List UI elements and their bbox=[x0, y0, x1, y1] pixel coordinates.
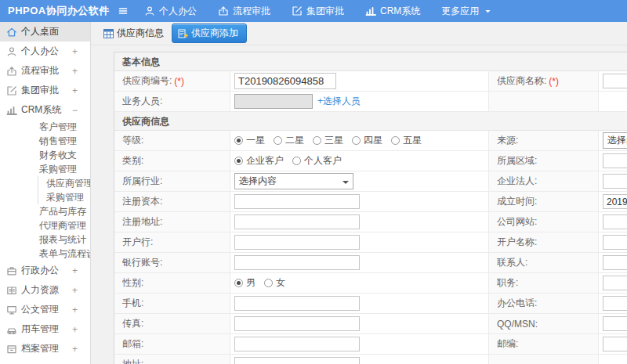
tab-supplier-info[interactable]: 供应商信息 bbox=[103, 27, 164, 40]
expand-icon[interactable]: + bbox=[72, 305, 78, 315]
sidebar-item[interactable]: 销售管理+ bbox=[0, 134, 90, 148]
expand-icon[interactable]: + bbox=[72, 66, 78, 77]
field-label: 职务: bbox=[497, 276, 518, 290]
radio-option[interactable]: 三星 bbox=[313, 134, 343, 147]
text-input[interactable] bbox=[234, 357, 360, 364]
sidebar-item[interactable]: CRM系统− bbox=[0, 100, 90, 120]
form-row: 传真:QQ/MSN: bbox=[114, 314, 627, 334]
radio-option[interactable]: 二星 bbox=[274, 134, 304, 147]
top-nav-item[interactable]: 个人办公 bbox=[144, 5, 197, 18]
sidebar-item[interactable]: 采购管理 bbox=[38, 190, 90, 204]
sidebar-item[interactable]: 产品与库存+ bbox=[0, 204, 90, 218]
text-input[interactable] bbox=[603, 153, 627, 168]
text-input[interactable] bbox=[234, 296, 360, 311]
top-nav-item[interactable]: CRM系统 bbox=[365, 5, 420, 18]
radio-option[interactable]: 企业客户 bbox=[234, 154, 284, 168]
text-input[interactable] bbox=[234, 337, 360, 351]
sidebar-item[interactable]: 用车管理+ bbox=[0, 319, 90, 339]
radio-icon bbox=[313, 136, 321, 145]
form-row: 类别:企业客户个人客户所属区域: bbox=[114, 151, 627, 171]
text-input[interactable] bbox=[603, 74, 627, 88]
expand-icon[interactable]: + bbox=[58, 220, 63, 231]
sidebar-item[interactable]: 采购管理− bbox=[0, 162, 90, 176]
radio-label: 二星 bbox=[285, 134, 304, 147]
sidebar-item[interactable]: 表单与流程设置+ bbox=[0, 247, 90, 261]
sidebar-item[interactable]: 供应商管理 bbox=[38, 176, 90, 190]
text-input[interactable] bbox=[234, 194, 360, 209]
text-input[interactable] bbox=[603, 214, 627, 229]
text-input[interactable] bbox=[603, 276, 627, 290]
text-input[interactable] bbox=[234, 94, 313, 109]
sidebar-item-label: 表单与流程设置 bbox=[39, 247, 90, 261]
form-field-cell: +选择人员 bbox=[230, 92, 489, 111]
expand-icon[interactable]: + bbox=[58, 150, 63, 160]
text-input[interactable] bbox=[603, 194, 627, 209]
expand-icon[interactable]: + bbox=[58, 206, 63, 217]
top-nav-item[interactable]: 更多应用 bbox=[441, 5, 491, 18]
top-nav-item[interactable]: 集团审批 bbox=[292, 5, 344, 18]
radio-option[interactable]: 男 bbox=[234, 276, 256, 290]
radio-option[interactable]: 个人客户 bbox=[292, 154, 342, 168]
text-input[interactable] bbox=[234, 235, 360, 250]
text-input[interactable] bbox=[603, 235, 627, 250]
top-nav: 个人办公流程审批集团审批CRM系统更多应用 bbox=[144, 5, 513, 18]
radio-icon bbox=[292, 157, 301, 165]
sidebar-item[interactable]: 报表与统计 bbox=[0, 232, 90, 247]
sidebar-item[interactable]: 档案管理+ bbox=[0, 339, 90, 359]
expand-icon[interactable]: + bbox=[58, 135, 63, 146]
select-input[interactable]: 选择内容 bbox=[234, 173, 353, 189]
sidebar-item[interactable]: 个人办公+ bbox=[0, 41, 90, 61]
form-row: 手机:办公电话: bbox=[114, 294, 627, 314]
radio-option[interactable]: 一星 bbox=[234, 134, 265, 147]
collapse-icon[interactable]: − bbox=[72, 105, 78, 116]
expand-icon[interactable]: + bbox=[72, 285, 78, 296]
text-input[interactable] bbox=[603, 255, 627, 270]
form-label-cell: 所属区域: bbox=[489, 151, 599, 171]
field-label: 企业法人: bbox=[497, 175, 537, 188]
tab-label: 供应商信息 bbox=[117, 27, 164, 40]
section-title: 供应商信息 bbox=[114, 112, 627, 131]
form-label-cell: 地址: bbox=[114, 355, 230, 364]
upload-icon bbox=[6, 66, 17, 77]
expand-icon[interactable]: + bbox=[72, 324, 78, 335]
sidebar-item[interactable]: 人力资源+ bbox=[0, 280, 90, 300]
select-input[interactable]: 选择内容 bbox=[603, 132, 627, 149]
radio-option[interactable]: 五星 bbox=[391, 134, 422, 147]
text-input[interactable] bbox=[234, 73, 336, 89]
text-input[interactable] bbox=[234, 214, 360, 229]
tab-supplier-add[interactable]: 供应商添加 bbox=[172, 23, 247, 43]
expand-icon[interactable]: + bbox=[72, 85, 78, 96]
sidebar-item[interactable]: 财务收支+ bbox=[0, 148, 90, 162]
sidebar-item[interactable]: 公文管理+ bbox=[0, 300, 90, 319]
radio-option[interactable]: 四星 bbox=[352, 134, 382, 147]
collapse-icon[interactable]: − bbox=[58, 164, 63, 175]
expand-icon[interactable]: + bbox=[72, 46, 78, 57]
text-input[interactable] bbox=[234, 255, 360, 270]
radio-label: 男 bbox=[246, 276, 256, 290]
expand-icon[interactable]: + bbox=[58, 121, 63, 132]
text-input[interactable] bbox=[603, 296, 627, 311]
top-nav-item[interactable]: 流程审批 bbox=[218, 5, 270, 18]
sidebar-item[interactable]: 集团审批+ bbox=[0, 81, 90, 100]
field-label: 联系人: bbox=[497, 256, 527, 269]
text-input[interactable] bbox=[234, 316, 360, 331]
sidebar-item[interactable]: 客户管理+ bbox=[0, 120, 90, 134]
form-label-cell: 银行账号: bbox=[114, 253, 230, 272]
select-person-link[interactable]: +选择人员 bbox=[317, 95, 361, 108]
text-input[interactable] bbox=[603, 174, 627, 189]
expand-icon[interactable]: + bbox=[72, 265, 78, 276]
form-field-cell: 男女 bbox=[230, 273, 489, 293]
field-label: 所属区域: bbox=[497, 154, 537, 168]
text-input[interactable] bbox=[603, 316, 627, 331]
field-label: 邮箱: bbox=[122, 337, 143, 351]
hamburger-icon[interactable] bbox=[111, 5, 135, 16]
sidebar-item[interactable]: 个人桌面 bbox=[0, 22, 90, 41]
sidebar-item[interactable]: 行政办公+ bbox=[0, 261, 90, 280]
form-field-cell bbox=[599, 232, 627, 252]
sidebar-item[interactable]: 代理商管理+ bbox=[0, 218, 90, 232]
radio-option[interactable]: 女 bbox=[264, 276, 285, 290]
form-label-cell bbox=[489, 92, 599, 111]
text-input[interactable] bbox=[603, 337, 627, 351]
expand-icon[interactable]: + bbox=[72, 344, 78, 355]
sidebar-item[interactable]: 流程审批+ bbox=[0, 61, 90, 81]
